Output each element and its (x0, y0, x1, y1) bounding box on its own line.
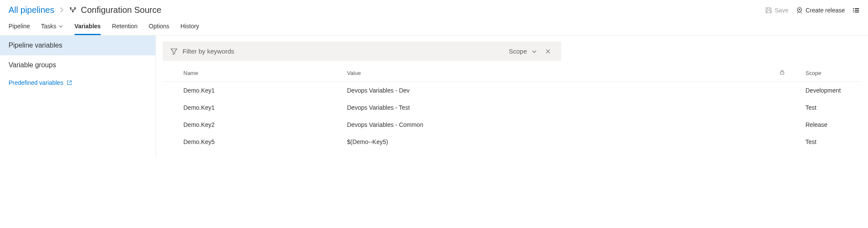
table-row[interactable]: Demo.Key5 $(Demo--Key5) Test (163, 133, 861, 150)
var-value-cell[interactable]: Devops Variables - Common (343, 116, 771, 133)
var-name-cell[interactable]: Demo.Key2 (163, 116, 343, 133)
tab-tasks-label: Tasks (41, 23, 57, 30)
table-header-row: Name Value Scope (163, 65, 861, 82)
close-icon (545, 48, 551, 54)
svg-rect-2 (72, 11, 73, 12)
save-label: Save (775, 7, 788, 14)
var-scope-cell[interactable]: Test (793, 133, 861, 150)
predefined-label: Predefined variables (9, 79, 63, 86)
var-lock-cell[interactable] (771, 82, 793, 99)
var-name-cell[interactable]: Demo.Key5 (163, 133, 343, 150)
header: All pipelines Configuration Source Save … (0, 0, 868, 18)
main-panel: Scope Name Value (156, 36, 868, 156)
body: Pipeline variables Variable groups Prede… (0, 35, 868, 156)
sidebar-item-pipeline-variables[interactable]: Pipeline variables (0, 36, 156, 55)
filter-bar: Scope (163, 42, 561, 61)
save-icon (765, 7, 772, 14)
lock-icon (779, 69, 785, 75)
column-header-name[interactable]: Name (163, 65, 343, 82)
external-link-icon (67, 80, 72, 85)
filter-input[interactable] (183, 48, 503, 55)
var-name-cell[interactable]: Demo.Key1 (163, 99, 343, 116)
rocket-icon (796, 7, 803, 14)
tab-variables[interactable]: Variables (75, 18, 101, 35)
column-header-lock (771, 65, 793, 82)
create-release-label: Create release (805, 7, 845, 14)
tabbar: Pipeline Tasks Variables Retention Optio… (0, 18, 868, 35)
var-scope-cell[interactable]: Development (793, 82, 861, 99)
scope-filter-button[interactable]: Scope (509, 48, 537, 55)
table-body: Demo.Key1 Devops Variables - Dev Develop… (163, 82, 861, 151)
svg-point-3 (799, 9, 800, 9)
more-menu-button[interactable] (853, 7, 859, 14)
table-row[interactable]: Demo.Key1 Devops Variables - Test Test (163, 99, 861, 116)
table-row[interactable]: Demo.Key2 Devops Variables - Common Rele… (163, 116, 861, 133)
svg-rect-8 (853, 12, 854, 12)
pipeline-icon (69, 6, 77, 14)
svg-rect-0 (70, 7, 71, 9)
var-scope-cell[interactable]: Release (793, 116, 861, 133)
sidebar: Pipeline variables Variable groups Prede… (0, 36, 156, 156)
sidebar-link-predefined-variables[interactable]: Predefined variables (0, 75, 81, 90)
chevron-right-icon (59, 5, 65, 15)
tab-pipeline[interactable]: Pipeline (9, 18, 30, 35)
create-release-button[interactable]: Create release (796, 7, 845, 14)
svg-rect-5 (855, 8, 859, 9)
var-value-cell[interactable]: $(Demo--Key5) (343, 133, 771, 150)
scope-label: Scope (509, 48, 527, 55)
variables-table: Name Value Scope Demo.Key1 Devops Varia (163, 65, 861, 150)
header-actions: Save Create release (765, 7, 859, 14)
svg-rect-9 (855, 12, 859, 12)
var-lock-cell[interactable] (771, 116, 793, 133)
var-name-cell[interactable]: Demo.Key1 (163, 82, 343, 99)
column-header-value[interactable]: Value (343, 65, 771, 82)
save-button: Save (765, 7, 788, 14)
chevron-down-icon (531, 48, 537, 54)
breadcrumb: All pipelines Configuration Source (9, 5, 162, 15)
svg-rect-6 (853, 10, 854, 11)
var-value-cell[interactable]: Devops Variables - Test (343, 99, 771, 116)
svg-rect-7 (855, 10, 859, 11)
breadcrumb-root-link[interactable]: All pipelines (9, 5, 54, 15)
tab-tasks[interactable]: Tasks (41, 18, 63, 35)
page-title: Configuration Source (81, 5, 162, 15)
clear-filter-button[interactable] (542, 48, 554, 54)
tab-history[interactable]: History (180, 18, 199, 35)
var-value-cell[interactable]: Devops Variables - Dev (343, 82, 771, 99)
page-root: All pipelines Configuration Source Save … (0, 0, 868, 156)
svg-rect-4 (853, 8, 854, 9)
filter-icon (171, 48, 177, 55)
list-icon (853, 7, 859, 14)
tab-options[interactable]: Options (149, 18, 169, 35)
svg-rect-10 (780, 72, 784, 75)
var-lock-cell[interactable] (771, 133, 793, 150)
chevron-down-icon (58, 24, 63, 29)
var-scope-cell[interactable]: Test (793, 99, 861, 116)
sidebar-item-variable-groups[interactable]: Variable groups (0, 55, 156, 75)
table-row[interactable]: Demo.Key1 Devops Variables - Dev Develop… (163, 82, 861, 99)
column-header-scope[interactable]: Scope (793, 65, 861, 82)
tab-retention[interactable]: Retention (112, 18, 138, 35)
var-lock-cell[interactable] (771, 99, 793, 116)
svg-rect-1 (74, 7, 75, 9)
